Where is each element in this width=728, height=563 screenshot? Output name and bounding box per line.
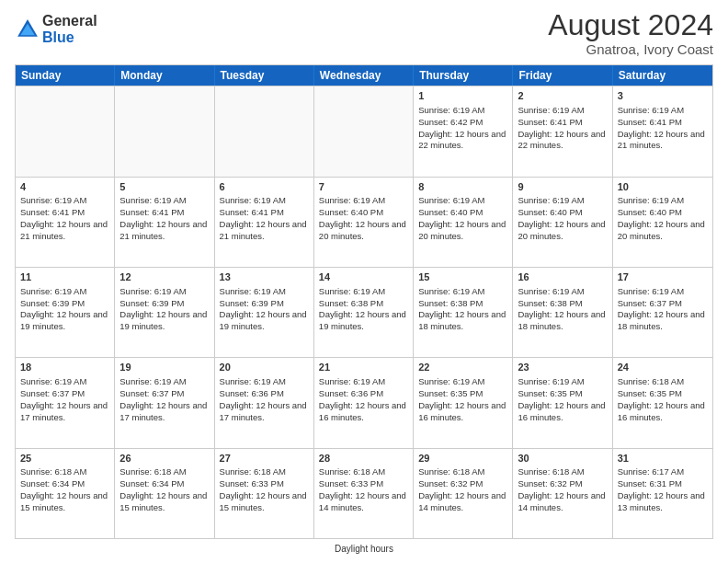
logo-blue: Blue [42,29,97,46]
day-cell-28: 28Sunrise: 6:18 AMSunset: 6:33 PMDayligh… [314,449,414,538]
day-number-6: 6 [220,180,309,194]
day-info-line: Daylight: 12 hours and 18 minutes. [618,309,708,333]
day-cell-15: 15Sunrise: 6:19 AMSunset: 6:38 PMDayligh… [414,268,513,357]
day-number-4: 4 [20,180,109,194]
day-info-line: Sunset: 6:31 PM [618,478,708,490]
day-number-26: 26 [119,452,209,465]
header: General Blue August 2024 Gnatroa, Ivory … [15,9,713,57]
day-info-line: Sunrise: 6:19 AM [119,195,209,207]
day-info-line: Sunrise: 6:19 AM [20,376,109,388]
day-info-line: Daylight: 12 hours and 21 minutes. [119,219,209,243]
day-number-3: 3 [618,89,708,103]
day-cell-1: 1Sunrise: 6:19 AMSunset: 6:42 PMDaylight… [414,86,513,176]
day-info-line: Sunset: 6:41 PM [518,117,607,129]
day-number-22: 22 [418,361,507,374]
empty-cell [16,86,115,176]
day-cell-6: 6Sunrise: 6:19 AMSunset: 6:41 PMDaylight… [215,178,314,267]
day-number-31: 31 [618,452,708,465]
day-info-line: Sunset: 6:37 PM [20,388,109,400]
day-cell-7: 7Sunrise: 6:19 AMSunset: 6:40 PMDaylight… [314,178,414,267]
day-info-line: Sunset: 6:41 PM [618,117,708,129]
day-cell-19: 19Sunrise: 6:19 AMSunset: 6:37 PMDayligh… [115,358,214,447]
day-number-14: 14 [319,270,408,284]
day-info-line: Daylight: 12 hours and 19 minutes. [220,309,309,333]
day-info-line: Sunset: 6:36 PM [319,388,408,400]
day-cell-5: 5Sunrise: 6:19 AMSunset: 6:41 PMDaylight… [115,178,214,267]
day-info-line: Sunrise: 6:19 AM [220,195,309,207]
day-cell-17: 17Sunrise: 6:19 AMSunset: 6:37 PMDayligh… [613,268,712,357]
logo-general: General [42,13,97,29]
day-info-line: Sunrise: 6:18 AM [20,466,109,478]
day-cell-4: 4Sunrise: 6:19 AMSunset: 6:41 PMDaylight… [16,178,115,267]
empty-cell [215,86,314,176]
day-info-line: Sunrise: 6:19 AM [618,286,708,298]
day-info-line: Sunrise: 6:19 AM [220,286,309,298]
day-info-line: Daylight: 12 hours and 19 minutes. [319,309,408,333]
header-tuesday: Tuesday [215,65,314,86]
day-info-line: Sunrise: 6:18 AM [220,466,309,478]
day-number-16: 16 [518,270,607,284]
day-info-line: Sunrise: 6:19 AM [518,286,607,298]
day-number-2: 2 [518,89,607,103]
day-info-line: Sunset: 6:35 PM [618,388,708,400]
day-number-20: 20 [220,361,309,374]
footer-note: Daylight hours [335,544,393,554]
day-info-line: Sunrise: 6:19 AM [119,286,209,298]
day-cell-12: 12Sunrise: 6:19 AMSunset: 6:39 PMDayligh… [115,268,214,357]
day-info-line: Sunset: 6:33 PM [319,478,408,490]
day-cell-23: 23Sunrise: 6:19 AMSunset: 6:35 PMDayligh… [513,358,612,447]
day-cell-9: 9Sunrise: 6:19 AMSunset: 6:40 PMDaylight… [513,178,612,267]
day-cell-31: 31Sunrise: 6:17 AMSunset: 6:31 PMDayligh… [613,449,712,538]
week-row-5: 25Sunrise: 6:18 AMSunset: 6:34 PMDayligh… [16,448,712,538]
day-info-line: Sunset: 6:37 PM [618,298,708,310]
calendar-header: SundayMondayTuesdayWednesdayThursdayFrid… [16,65,712,86]
day-info-line: Daylight: 12 hours and 21 minutes. [220,219,309,243]
day-info-line: Daylight: 12 hours and 17 minutes. [20,400,109,424]
day-cell-13: 13Sunrise: 6:19 AMSunset: 6:39 PMDayligh… [215,268,314,357]
day-info-line: Sunset: 6:38 PM [319,298,408,310]
calendar: SundayMondayTuesdayWednesdayThursdayFrid… [15,64,713,539]
day-info-line: Sunrise: 6:19 AM [20,286,109,298]
day-cell-22: 22Sunrise: 6:19 AMSunset: 6:35 PMDayligh… [414,358,513,447]
day-info-line: Sunrise: 6:19 AM [418,105,507,117]
day-info-line: Sunset: 6:39 PM [220,298,309,310]
day-info-line: Daylight: 12 hours and 20 minutes. [319,219,408,243]
day-number-7: 7 [319,180,408,194]
page: General Blue August 2024 Gnatroa, Ivory … [0,0,728,563]
day-info-line: Sunset: 6:38 PM [418,298,507,310]
day-info-line: Sunrise: 6:18 AM [418,466,507,478]
day-info-line: Sunset: 6:40 PM [518,207,607,219]
day-info-line: Sunrise: 6:19 AM [119,376,209,388]
day-info-line: Sunset: 6:33 PM [220,478,309,490]
footer: Daylight hours [15,544,713,554]
day-info-line: Sunset: 6:42 PM [418,117,507,129]
day-info-line: Daylight: 12 hours and 14 minutes. [518,490,607,514]
week-row-3: 11Sunrise: 6:19 AMSunset: 6:39 PMDayligh… [16,267,712,357]
day-info-line: Sunrise: 6:18 AM [618,376,708,388]
day-info-line: Sunset: 6:32 PM [518,478,607,490]
day-info-line: Sunset: 6:40 PM [418,207,507,219]
day-cell-8: 8Sunrise: 6:19 AMSunset: 6:40 PMDaylight… [414,178,513,267]
day-info-line: Daylight: 12 hours and 19 minutes. [119,309,209,333]
day-info-line: Sunset: 6:38 PM [518,298,607,310]
header-sunday: Sunday [16,65,115,86]
day-info-line: Daylight: 12 hours and 18 minutes. [518,309,607,333]
day-number-29: 29 [418,452,507,465]
day-info-line: Daylight: 12 hours and 21 minutes. [20,219,109,243]
day-info-line: Daylight: 12 hours and 19 minutes. [20,309,109,333]
day-info-line: Daylight: 12 hours and 15 minutes. [220,490,309,514]
day-cell-30: 30Sunrise: 6:18 AMSunset: 6:32 PMDayligh… [513,449,612,538]
day-info-line: Sunrise: 6:18 AM [319,466,408,478]
day-info-line: Daylight: 12 hours and 14 minutes. [319,490,408,514]
day-info-line: Sunset: 6:32 PM [418,478,507,490]
day-info-line: Sunset: 6:39 PM [119,298,209,310]
day-number-10: 10 [618,180,708,194]
day-number-5: 5 [119,180,209,194]
day-info-line: Daylight: 12 hours and 22 minutes. [518,129,607,153]
day-cell-2: 2Sunrise: 6:19 AMSunset: 6:41 PMDaylight… [513,86,612,176]
day-number-11: 11 [20,270,109,284]
day-number-9: 9 [518,180,607,194]
day-cell-16: 16Sunrise: 6:19 AMSunset: 6:38 PMDayligh… [513,268,612,357]
day-number-1: 1 [418,89,507,103]
day-cell-21: 21Sunrise: 6:19 AMSunset: 6:36 PMDayligh… [314,358,414,447]
